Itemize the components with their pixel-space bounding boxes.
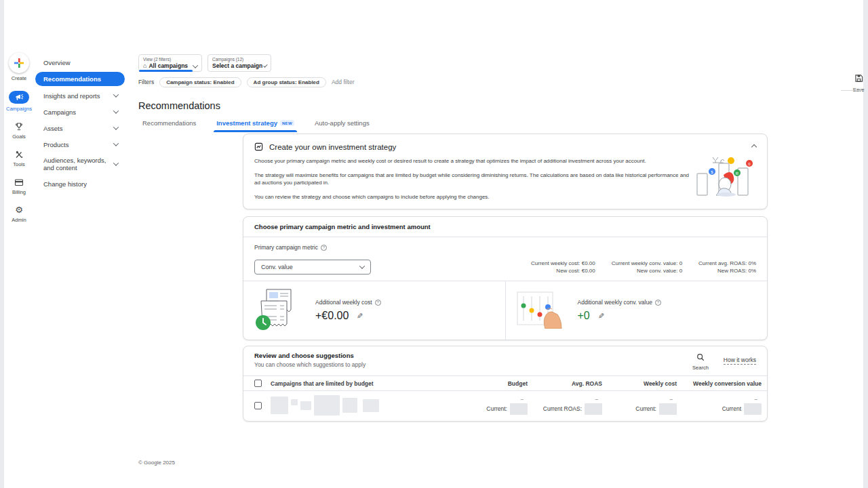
additional-weekly-cost-value: +€0.00 [315, 310, 349, 322]
filter-chip-campaign-status[interactable]: Campaign status: Enabled [159, 77, 241, 87]
tab-investment-strategy[interactable]: Investment strategy NEW [216, 119, 294, 132]
additional-weekly-conv-value-panel: Additional weekly conv. value ? +0 ✎ [505, 281, 768, 340]
redacted-value [744, 403, 762, 415]
card-paragraph: You can review the strategy and choose w… [254, 193, 692, 201]
additional-weekly-cost-panel: Additional weekly cost ? +€0.00 ✎ [243, 281, 505, 340]
tools-icon [14, 149, 24, 159]
svg-text:R: R [736, 171, 739, 176]
rail-item-label: Admin [12, 217, 26, 223]
main-content: View (2 filters) ⌂ All campaigns Campaig… [138, 54, 864, 466]
table-row[interactable]: – Current: – Current ROAS: – Current: – … [243, 391, 767, 421]
stat-line: Current weekly conv. value: 0 [612, 260, 682, 268]
panel-label: Additional weekly cost [315, 299, 372, 306]
card-paragraph: Choose your primary campaign metric and … [254, 157, 692, 165]
redacted-value [659, 403, 677, 415]
additional-weekly-conv-value: +0 [578, 310, 590, 322]
rail-item-admin[interactable]: ⚙ Admin [12, 205, 26, 223]
filter-chip-ad-group-status[interactable]: Ad group status: Enabled [247, 77, 326, 87]
card-title: Create your own investment strategy [269, 143, 396, 151]
chevron-down-icon [113, 108, 119, 113]
suggestions-card: Review and choose suggestions You can ch… [243, 346, 768, 422]
rail-item-tools[interactable]: Tools [13, 149, 25, 167]
help-icon[interactable]: ? [321, 245, 327, 251]
section-title: Choose primary campaign metric and inves… [243, 217, 767, 237]
stat-line: Current weekly cost: €0.00 [531, 260, 595, 268]
chevron-down-icon [263, 63, 267, 67]
home-icon: ⌂ [143, 63, 146, 69]
new-badge: NEW [280, 120, 294, 126]
edit-pencil-icon[interactable]: ✎ [598, 312, 604, 321]
rail-item-label: Billing [12, 189, 26, 195]
chevron-down-icon [359, 263, 365, 268]
budget-cell: – Current: [453, 396, 528, 415]
chevron-down-icon [193, 62, 198, 68]
help-icon[interactable]: ? [375, 300, 381, 306]
rail-item-label: Campaigns [6, 106, 32, 112]
investment-illustration: $ R 0 [695, 155, 755, 197]
search-icon [696, 353, 705, 361]
chevron-down-icon [113, 124, 119, 129]
weekly-conversion-value-cell: – Current [677, 396, 762, 415]
primary-metric-select[interactable]: Conv. value [254, 260, 371, 274]
nav-item-assets[interactable]: Assets [35, 120, 125, 136]
column-header-weekly-cost: Weekly cost [602, 380, 677, 387]
edit-pencil-icon[interactable]: ✎ [357, 312, 363, 321]
card-stack: Create your own investment strategy Choo… [243, 134, 768, 422]
chevron-down-icon [113, 140, 119, 146]
suggestions-subtitle: You can choose which suggestions to appl… [254, 361, 692, 368]
tab-bar: Recommendations Investment strategy NEW … [138, 119, 864, 132]
column-header-weekly-conversion-value: Weekly conversion value [677, 380, 762, 387]
stat-line: New cost: €0.00 [531, 268, 595, 275]
sliders-illustration [517, 289, 563, 329]
view-picker[interactable]: View (2 filters) ⌂ All campaigns [138, 54, 202, 72]
nav-item-change-history[interactable]: Change history [35, 176, 125, 192]
rail-item-goals[interactable]: Goals [12, 121, 26, 140]
google-ads-app: Create Campaigns [0, 0, 868, 488]
rail-item-label: Goals [12, 134, 26, 140]
table-header-row: Campaigns that are limited by budget Bud… [243, 376, 767, 391]
view-picker-value: All campaigns [149, 62, 188, 70]
row-checkbox[interactable] [254, 402, 262, 409]
column-header-budget: Budget [453, 380, 528, 387]
receipt-illustration [254, 287, 296, 331]
column-header-avg-roas: Avg. ROAS [528, 380, 602, 387]
nav-item-insights-and-reports[interactable]: Insights and reports [35, 87, 125, 104]
nav-item-products[interactable]: Products [35, 136, 125, 152]
search-button[interactable]: Search [692, 352, 709, 371]
how-it-works-link[interactable]: How it works [724, 357, 756, 365]
chevron-down-icon [113, 92, 119, 97]
campaign-picker[interactable]: Campaigns (12) Select a campaign [208, 54, 271, 72]
redacted-value [585, 403, 602, 415]
panel-label: Additional weekly conv. value [578, 299, 652, 306]
weekly-cost-cell: – Current: [602, 396, 677, 415]
current-stats: Current weekly cost: €0.00 New cost: €0.… [531, 260, 756, 274]
add-filter-button[interactable]: Add filter [332, 79, 355, 85]
stat-line: Current avg. ROAS: 0% [698, 260, 756, 268]
rail-item-billing[interactable]: Billing [12, 177, 26, 195]
create-label: Create [12, 75, 27, 81]
app-rail: Create Campaigns [4, 53, 34, 232]
tab-recommendations[interactable]: Recommendations [142, 119, 196, 132]
investment-strategy-info-card: Create your own investment strategy Choo… [243, 134, 768, 209]
stat-line: New conv. value: 0 [612, 268, 682, 275]
redacted-value [510, 403, 528, 415]
active-tab-indicator [214, 130, 297, 132]
rail-item-label: Tools [13, 161, 25, 167]
stat-line: New ROAS: 0% [698, 268, 756, 275]
select-all-checkbox[interactable] [254, 380, 262, 387]
nav-item-recommendations[interactable]: Recommendations [35, 72, 125, 86]
nav-item-campaigns[interactable]: Campaigns [35, 104, 125, 120]
campaigns-subnav: Overview Recommendations Insights and re… [35, 54, 125, 192]
gear-icon: ⚙ [14, 205, 24, 215]
tab-auto-apply-settings[interactable]: Auto-apply settings [315, 119, 370, 132]
chevron-down-icon [113, 160, 119, 165]
nav-item-audiences-keywords-content[interactable]: Audiences, keywords, and content [35, 152, 125, 176]
trophy-icon [14, 121, 24, 131]
billing-card-icon [14, 177, 24, 187]
nav-item-overview[interactable]: Overview [35, 54, 125, 70]
rail-item-campaigns[interactable]: Campaigns [6, 91, 32, 112]
help-icon[interactable]: ? [655, 300, 661, 306]
megaphone-icon [14, 92, 24, 102]
primary-metric-value: Conv. value [261, 264, 293, 270]
create-button[interactable]: Create [9, 53, 29, 81]
